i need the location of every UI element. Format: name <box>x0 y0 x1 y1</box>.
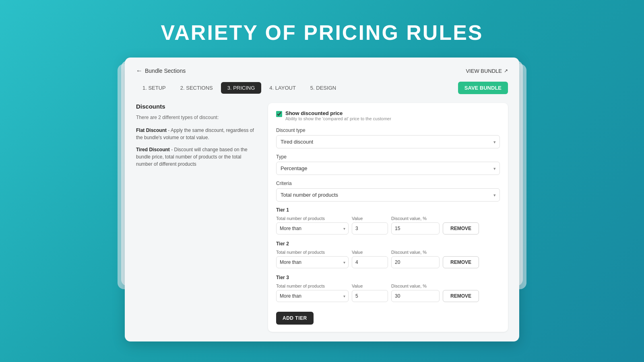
main-card: ← Bundle Sections VIEW BUNDLE ↗ 1. SETUP… <box>125 58 519 341</box>
tier-3-remove-button[interactable]: REMOVE <box>443 290 479 302</box>
content-area: Discounts There are 2 different types of… <box>136 103 508 332</box>
tier-1-products-select[interactable]: More than <box>276 222 349 234</box>
type-label: Type <box>276 154 500 160</box>
view-bundle-label: VIEW BUNDLE <box>466 68 502 74</box>
tier-3-section: Tier 3 Total number of products Value Di… <box>276 275 500 302</box>
show-discounted-text-group: Show discounted price Ability to show th… <box>285 110 391 121</box>
tier-1-inputs: More than ▾ REMOVE <box>276 222 500 234</box>
type-select[interactable]: Percentage Fixed Amount <box>276 162 500 175</box>
left-panel: Discounts There are 2 different types of… <box>136 103 257 332</box>
tier-1-section: Tier 1 Total number of products Value Di… <box>276 207 500 234</box>
external-link-icon: ↗ <box>504 68 508 74</box>
card-header: ← Bundle Sections VIEW BUNDLE ↗ <box>136 67 508 74</box>
tier-2-discount-header: Discount value, % <box>391 250 440 255</box>
tier-2-products-select[interactable]: More than <box>276 256 349 268</box>
tier-3-discount-input[interactable] <box>391 290 440 302</box>
discount-type-select-wrapper: Flat Discount Tired discount ▾ <box>276 135 500 148</box>
tier-1-discount-input[interactable] <box>391 222 440 234</box>
tier-3-value-header: Value <box>352 284 388 288</box>
tier-2-remove-button[interactable]: REMOVE <box>443 256 479 268</box>
show-discounted-label: Show discounted price <box>285 110 391 116</box>
tier-3-inputs: More than ▾ REMOVE <box>276 290 500 302</box>
view-bundle-button[interactable]: VIEW BUNDLE ↗ <box>466 68 508 74</box>
tier-2-products-header: Total number of products <box>276 250 349 255</box>
tier-1-discount-header: Discount value, % <box>391 216 440 221</box>
tier-1-title: Tier 1 <box>276 207 500 213</box>
tier-3-headers: Total number of products Value Discount … <box>276 284 500 288</box>
show-discounted-sub: Ability to show the 'compared at' price … <box>285 116 391 121</box>
criteria-field: Criteria Total number of products Bundle… <box>276 181 500 202</box>
tier-1-products-header: Total number of products <box>276 216 349 221</box>
tier-3-products-select[interactable]: More than <box>276 290 349 302</box>
show-discounted-checkbox[interactable] <box>276 111 282 117</box>
tier-2-section: Tier 2 Total number of products Value Di… <box>276 241 500 268</box>
criteria-label: Criteria <box>276 181 500 186</box>
tier-1-value-input[interactable] <box>352 222 388 234</box>
criteria-select-wrapper: Total number of products Bundle price Di… <box>276 188 500 202</box>
tier-2-inputs: More than ▾ REMOVE <box>276 256 500 268</box>
tier-2-value-input[interactable] <box>352 256 388 268</box>
flat-discount-block: Flat Discount - Apply the same discount,… <box>136 127 257 141</box>
tab-layout[interactable]: 4. LAYOUT <box>263 82 302 94</box>
tier-3-title: Tier 3 <box>276 275 500 280</box>
add-tier-button[interactable]: ADD TIER <box>276 312 314 325</box>
tier-1-headers: Total number of products Value Discount … <box>276 216 500 221</box>
back-link-label: Bundle Sections <box>145 68 186 74</box>
discounts-title: Discounts <box>136 103 257 110</box>
type-field: Type Percentage Fixed Amount ▾ <box>276 154 500 175</box>
right-panel: Show discounted price Ability to show th… <box>268 103 508 332</box>
tired-discount-block: Tired Discount - Discount will change ba… <box>136 146 257 168</box>
card-stack: ← Bundle Sections VIEW BUNDLE ↗ 1. SETUP… <box>125 58 519 341</box>
back-link[interactable]: ← Bundle Sections <box>136 67 186 74</box>
tab-setup[interactable]: 1. SETUP <box>136 82 172 94</box>
tab-sections[interactable]: 2. SECTIONS <box>174 82 219 94</box>
type-select-wrapper: Percentage Fixed Amount ▾ <box>276 162 500 175</box>
criteria-select[interactable]: Total number of products Bundle price Di… <box>276 188 500 202</box>
discount-type-label: Discount type <box>276 128 500 133</box>
tier-2-title: Tier 2 <box>276 241 500 247</box>
tired-discount-label: Tired Discount <box>136 147 170 152</box>
tier-3-value-input[interactable] <box>352 290 388 302</box>
show-discounted-row: Show discounted price Ability to show th… <box>276 110 500 121</box>
discounts-description: There are 2 different types of discount: <box>136 114 257 121</box>
tab-pricing[interactable]: 3. PRICING <box>221 82 262 94</box>
tabs-left: 1. SETUP 2. SECTIONS 3. PRICING 4. LAYOU… <box>136 82 343 94</box>
tabs-bar: 1. SETUP 2. SECTIONS 3. PRICING 4. LAYOU… <box>136 82 508 94</box>
discount-type-select[interactable]: Flat Discount Tired discount <box>276 135 500 148</box>
tired-discount-text: Tired Discount - Discount will change ba… <box>136 146 257 168</box>
tab-design[interactable]: 5. DESIGN <box>304 82 343 94</box>
tier-2-value-header: Value <box>352 250 388 255</box>
discount-type-field: Discount type Flat Discount Tired discou… <box>276 128 500 148</box>
tier-2-discount-input[interactable] <box>391 256 440 268</box>
tier-3-products-header: Total number of products <box>276 284 349 288</box>
save-bundle-button[interactable]: SAVE BUNDLE <box>458 82 508 94</box>
tier-3-discount-header: Discount value, % <box>391 284 440 288</box>
tier-1-value-header: Value <box>352 216 388 221</box>
tier-2-headers: Total number of products Value Discount … <box>276 250 500 255</box>
tier-1-remove-button[interactable]: REMOVE <box>443 222 479 234</box>
flat-discount-label: Flat Discount <box>136 128 167 133</box>
page-title: VARIETY OF PRICING RULES <box>161 21 483 45</box>
flat-discount-text: Flat Discount - Apply the same discount,… <box>136 127 257 141</box>
back-arrow-icon: ← <box>136 67 142 74</box>
